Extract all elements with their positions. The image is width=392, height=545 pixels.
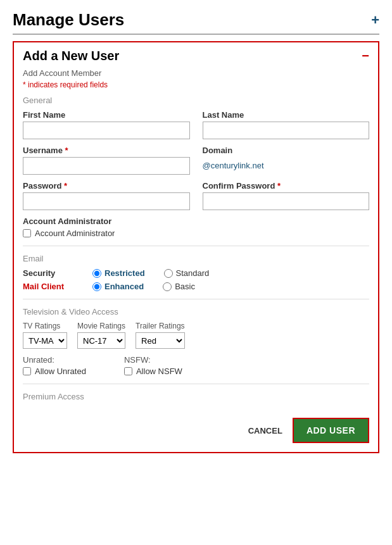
password-col: Password * <box>23 181 190 210</box>
security-label: Security <box>23 268 73 278</box>
restricted-label: Restricted <box>104 268 145 278</box>
domain-value: @centurylink.net <box>203 157 370 170</box>
confirm-password-input[interactable] <box>203 192 370 210</box>
username-input[interactable] <box>23 157 190 175</box>
unrated-row: Unrated: Allow Unrated NSFW: Allow NSFW <box>23 355 369 376</box>
general-section-label: General <box>23 96 369 105</box>
first-name-input[interactable] <box>23 122 190 139</box>
security-radio-group: Restricted Standard <box>92 268 209 278</box>
allow-unrated-checkbox[interactable] <box>23 367 31 375</box>
required-note: * indicates required fields <box>23 80 369 89</box>
allow-nsfw-checkbox[interactable] <box>124 367 132 375</box>
domain-col: Domain @centurylink.net <box>203 146 370 175</box>
account-admin-checkbox-row: Account Administrator <box>23 229 369 238</box>
account-admin-checkbox-label: Account Administrator <box>35 229 115 238</box>
nsfw-title: NSFW: <box>124 355 182 365</box>
movie-ratings-label: Movie Ratings <box>77 322 125 330</box>
new-user-title: Add a New User <box>23 49 119 63</box>
trailer-ratings-label: Trailer Ratings <box>136 322 185 330</box>
password-input[interactable] <box>23 192 190 210</box>
last-name-input[interactable] <box>203 122 370 139</box>
email-divider <box>23 246 369 246</box>
basic-option[interactable]: Basic <box>163 282 195 291</box>
add-account-member-label: Add Account Member <box>23 68 369 78</box>
mail-client-row: Mail Client Enhanced Basic <box>23 282 369 291</box>
password-label: Password * <box>23 181 190 191</box>
confirm-password-col: Confirm Password * <box>203 181 370 210</box>
tv-divider <box>23 299 369 299</box>
add-user-button[interactable]: ADD USER <box>293 418 369 443</box>
new-user-header: Add a New User − <box>23 49 369 63</box>
username-label: Username * <box>23 146 190 155</box>
name-row: First Name Last Name <box>23 110 369 139</box>
premium-section: Premium Access <box>23 392 369 401</box>
tv-section-label: Television & Video Access <box>23 307 369 316</box>
last-name-col: Last Name <box>203 110 370 139</box>
trailer-ratings-select[interactable]: Red Green Yellow <box>136 332 185 349</box>
username-domain-row: Username * Domain @centurylink.net <box>23 146 369 175</box>
premium-section-label: Premium Access <box>23 392 369 401</box>
mail-client-label: Mail Client <box>23 282 73 291</box>
page-container: Manage Users + Add a New User − Add Acco… <box>0 0 392 470</box>
enhanced-option[interactable]: Enhanced <box>92 282 144 291</box>
form-footer: CANCEL ADD USER <box>23 411 369 443</box>
unrated-group: Unrated: Allow Unrated <box>23 355 86 376</box>
email-section-label: Email <box>23 254 369 263</box>
security-row: Security Restricted Standard <box>23 268 369 278</box>
movie-ratings-select[interactable]: NC-17 R PG-13 PG G <box>77 332 125 349</box>
unrated-title: Unrated: <box>23 355 86 365</box>
domain-label: Domain <box>203 146 370 155</box>
password-row: Password * Confirm Password * <box>23 181 369 210</box>
first-name-col: First Name <box>23 110 190 139</box>
premium-divider <box>23 384 369 384</box>
account-admin-checkbox[interactable] <box>23 229 31 237</box>
page-title: Manage Users <box>13 10 124 30</box>
allow-unrated-label: Allow Unrated <box>35 366 86 376</box>
tv-ratings-select[interactable]: TV-MA TV-14 TV-PG TV-G TV-Y7 TV-Y <box>23 332 67 349</box>
username-col: Username * <box>23 146 190 175</box>
restricted-option[interactable]: Restricted <box>92 268 145 278</box>
last-name-label: Last Name <box>203 110 370 120</box>
movie-ratings-group: Movie Ratings NC-17 R PG-13 PG G <box>77 322 125 349</box>
add-user-plus-icon[interactable]: + <box>371 12 379 28</box>
trailer-ratings-group: Trailer Ratings Red Green Yellow <box>136 322 185 349</box>
ratings-row: TV Ratings TV-MA TV-14 TV-PG TV-G TV-Y7 … <box>23 322 369 349</box>
first-name-label: First Name <box>23 110 190 120</box>
basic-label: Basic <box>175 282 195 291</box>
allow-unrated-row: Allow Unrated <box>23 366 86 376</box>
tv-ratings-label: TV Ratings <box>23 322 67 330</box>
account-admin-bold-label: Account Administrator <box>23 216 369 226</box>
basic-radio[interactable] <box>163 282 172 291</box>
enhanced-label: Enhanced <box>104 282 144 291</box>
restricted-radio[interactable] <box>92 269 101 278</box>
allow-nsfw-label: Allow NSFW <box>136 366 182 376</box>
cancel-button[interactable]: CANCEL <box>248 426 282 435</box>
standard-radio[interactable] <box>164 269 173 278</box>
tv-section: Television & Video Access TV Ratings TV-… <box>23 307 369 376</box>
header-divider <box>13 34 379 35</box>
standard-option[interactable]: Standard <box>164 268 210 278</box>
tv-ratings-group: TV Ratings TV-MA TV-14 TV-PG TV-G TV-Y7 … <box>23 322 67 349</box>
nsfw-group: NSFW: Allow NSFW <box>124 355 182 376</box>
email-section: Email Security Restricted Standard <box>23 254 369 291</box>
confirm-password-label: Confirm Password * <box>203 181 370 191</box>
allow-nsfw-row: Allow NSFW <box>124 366 182 376</box>
collapse-icon[interactable]: − <box>362 49 369 63</box>
manage-users-header: Manage Users + <box>13 10 379 30</box>
enhanced-radio[interactable] <box>92 282 101 291</box>
account-admin-section: Account Administrator Account Administra… <box>23 216 369 238</box>
new-user-section: Add a New User − Add Account Member * in… <box>13 41 379 453</box>
mail-client-radio-group: Enhanced Basic <box>92 282 195 291</box>
standard-label: Standard <box>176 268 210 278</box>
